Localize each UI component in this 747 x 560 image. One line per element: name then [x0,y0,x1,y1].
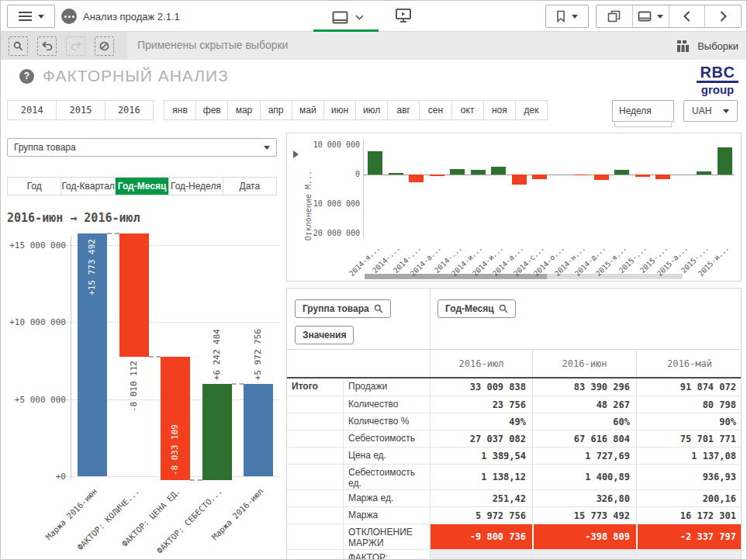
deviation-bar-1[interactable] [368,151,382,175]
deviation-bar-15[interactable] [655,175,670,179]
deviation-bar-18[interactable] [718,147,732,175]
pivot-measure-label[interactable]: Количество [343,396,430,413]
help-icon[interactable]: ? [19,69,34,84]
pivot-column-header-2016-май[interactable]: 2016-май [636,350,742,377]
pivot-row-dimension-button[interactable]: Группа товара [295,299,391,318]
caret-down-icon [264,146,270,150]
deviation-bar-13[interactable] [614,170,629,175]
current-sheet-button[interactable] [327,7,368,27]
dimension-dropdown-value: Группа товара [14,142,76,153]
currency-dropdown[interactable]: UAH [683,100,738,122]
pivot-measure-label[interactable]: ФАКТОР: [343,550,430,560]
deviation-bar-9[interactable] [532,175,547,179]
top-toolbar: Анализ продаж 2.1.1 [1,1,747,32]
pivot-measure-label[interactable]: Продажи [343,379,430,396]
year-filter-2014[interactable]: 2014 [8,101,56,119]
global-menu-button[interactable] [7,5,55,28]
app-window: Анализ продаж 2.1.1 [0,0,747,560]
dimension-dropdown[interactable]: Группа товара [7,138,277,157]
deviation-bar-11[interactable] [573,175,588,175]
caret-down-icon [657,15,663,19]
deviation-bar-5[interactable] [450,169,465,175]
expand-panel-icon[interactable] [293,150,299,158]
deviation-bar-2[interactable] [389,173,403,175]
app-options-icon[interactable] [61,9,77,24]
month-filter-ноя[interactable]: ноя [483,101,515,119]
pivot-row-total-cell[interactable] [287,490,343,506]
deviation-bar-7[interactable] [491,167,506,175]
pivot-column-header-2016-июн[interactable]: 2016-июн [532,350,636,377]
deviation-bar-6[interactable] [471,170,486,175]
pivot-row-total-cell[interactable] [287,524,343,549]
pivot-measure-label[interactable]: Себестоимость [343,430,430,447]
month-filter-авг[interactable]: авг [387,101,419,119]
deviation-bar-12[interactable] [594,175,609,180]
waterfall-bar-2[interactable] [119,233,149,357]
deviation-bar-14[interactable] [635,175,650,177]
pivot-row-total-cell[interactable] [287,396,343,413]
selection-forward-button[interactable] [66,36,85,56]
month-filter-май[interactable]: май [292,101,323,119]
month-filter-янв[interactable]: янв [164,101,195,119]
presentation-button[interactable] [395,8,412,26]
month-filter-окт[interactable]: окт [451,101,483,119]
selection-bar: Применены скрытые выборки Выборки [1,32,747,60]
selection-back-button[interactable] [37,36,57,56]
pivot-row-total-cell[interactable] [287,550,343,560]
pivot-value-cell: 251,42 [430,490,532,506]
year-filter-group: 201420152016 [7,100,154,120]
pivot-measure-label[interactable]: Себестоимость ед. [343,465,430,489]
pivot-measure-label[interactable]: Маржа ед. [343,490,430,506]
tab-Год-Месяц[interactable]: Год-Месяц [115,178,168,195]
pivot-row-total-cell[interactable] [287,448,343,464]
bookmarks-button[interactable] [545,5,589,28]
pivot-measure-label[interactable]: Маржа [343,507,430,524]
deviation-bar-4[interactable] [430,175,444,176]
sheet-list-button[interactable] [632,5,669,27]
pivot-values-button[interactable]: Значения [295,326,354,344]
smart-search-button[interactable] [9,36,28,56]
pivot-value-cell: -9 800 736 [430,524,532,549]
deviation-y-tick: 10 000 000 [307,140,360,149]
pivot-measure-label[interactable]: ОТКЛОНЕНИЕ МАРЖИ [343,524,430,549]
period-tabs: ГодГод-КварталГод-МесяцГод-НеделяДата [7,177,277,195]
pivot-column-dimension-button[interactable]: Год-Месяц [437,299,516,318]
pivot-measure-label[interactable]: Количество % [343,413,430,430]
month-filter-июн[interactable]: июн [323,101,355,119]
month-filter-апр[interactable]: апр [260,101,292,119]
pivot-row-total-cell[interactable]: Итого [287,379,343,396]
waterfall-y-tick: +0 [7,472,66,482]
clear-selections-button[interactable] [95,36,114,56]
waterfall-bar-4[interactable] [202,384,232,480]
pivot-value-cell: 83 390 296 [532,379,636,396]
waterfall-y-tick: +10 000 000 [7,317,66,327]
month-filter-фев[interactable]: фев [195,101,227,119]
tab-Дата[interactable]: Дата [223,178,276,195]
month-filter-мар[interactable]: мар [227,101,259,119]
pivot-measure-label[interactable]: Цена ед. [343,448,430,464]
pivot-row-total-cell[interactable] [287,430,343,447]
next-sheet-button[interactable] [704,5,741,27]
prev-sheet-button[interactable] [669,5,705,27]
pivot-row-total-cell[interactable] [287,413,343,430]
tab-Год-Квартал[interactable]: Год-Квартал [61,178,114,195]
month-filter-дек[interactable]: дек [515,101,547,119]
week-filter-listbox[interactable]: Неделя [612,100,674,122]
pivot-column-header-2016-июл[interactable]: 2016-июл [430,350,532,377]
caret-down-icon [723,109,729,113]
deviation-bar-17[interactable] [697,171,711,175]
tab-Год[interactable]: Год [8,178,61,195]
selections-tool-button[interactable]: Выборки [676,32,738,60]
deviation-bar-8[interactable] [512,175,527,185]
pivot-row-total-cell[interactable] [287,507,343,524]
waterfall-bar-5[interactable] [244,384,273,476]
pivot-row-total-cell[interactable] [287,465,343,489]
tab-Год-Неделя[interactable]: Год-Неделя [168,178,222,195]
year-filter-2015[interactable]: 2015 [56,101,104,119]
year-filter-2016[interactable]: 2016 [105,101,153,119]
duplicate-sheet-button[interactable] [597,5,632,27]
deviation-bar-3[interactable] [409,175,424,182]
month-filter-сен[interactable]: сен [419,101,451,119]
sheet-icon [332,11,348,24]
month-filter-июл[interactable]: июл [355,101,387,119]
